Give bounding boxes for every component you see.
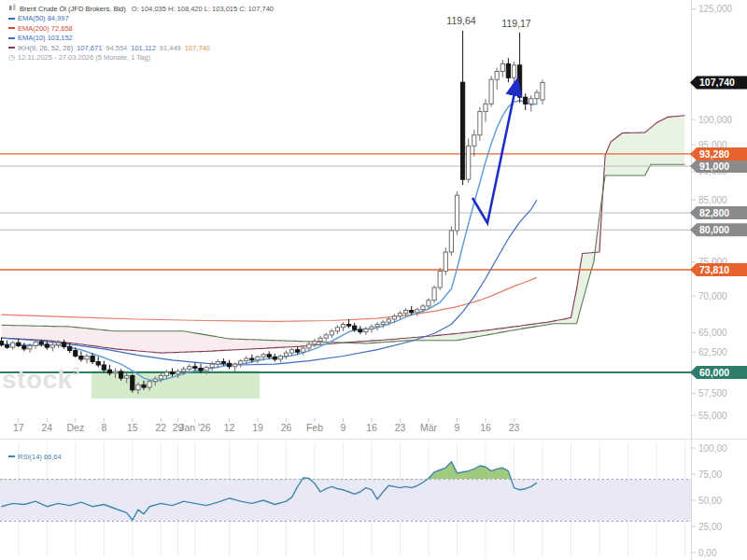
legend-row-ema10[interactable]: EMA(10) 103,152 bbox=[8, 34, 274, 44]
svg-text:100,000: 100,000 bbox=[698, 115, 733, 125]
ichimoku-value: 107,740 bbox=[185, 44, 210, 52]
ema10-label: EMA(10) 103,152 bbox=[18, 34, 73, 42]
svg-text:8: 8 bbox=[101, 422, 106, 433]
svg-text:55,000: 55,000 bbox=[698, 411, 727, 421]
spike-labels: 119,64119,17 bbox=[446, 15, 530, 29]
svg-text:80,000: 80,000 bbox=[699, 224, 729, 235]
svg-text:100,00: 100,00 bbox=[698, 443, 727, 454]
legend-row-ema200[interactable]: EMA(200) 72,658 bbox=[8, 23, 274, 34]
ichimoku-value: 107,671 bbox=[77, 44, 102, 52]
svg-text:9: 9 bbox=[341, 422, 346, 433]
svg-text:23: 23 bbox=[395, 422, 406, 433]
ichimoku-value: 94,554 bbox=[106, 44, 127, 52]
date-range: 12.11.2025 - 27.03.2026 (5 Monate, 1 Tag… bbox=[18, 53, 150, 62]
ema50-label: EMA(50) 84,997 bbox=[18, 14, 69, 22]
ema50-dash-icon bbox=[8, 18, 15, 20]
rsi-dash-icon bbox=[8, 455, 15, 457]
svg-text:9: 9 bbox=[455, 422, 460, 433]
svg-text:17: 17 bbox=[13, 422, 24, 433]
instrument-icon bbox=[8, 4, 17, 14]
svg-text:16: 16 bbox=[480, 422, 491, 433]
svg-text:107,740: 107,740 bbox=[699, 77, 735, 88]
svg-text:15: 15 bbox=[127, 422, 138, 433]
svg-text:75,00: 75,00 bbox=[698, 469, 722, 480]
svg-text:25,00: 25,00 bbox=[698, 522, 722, 532]
date-range-row: ◷ 12.11.2025 - 27.03.2026 (5 Monate, 1 T… bbox=[8, 53, 274, 63]
svg-text:16: 16 bbox=[366, 422, 377, 433]
svg-text:91,000: 91,000 bbox=[699, 161, 729, 172]
ichimoku-label: IKH(9, 26, 52, 26) bbox=[18, 44, 73, 52]
ema200-label: EMA(200) 72,658 bbox=[18, 24, 73, 33]
svg-text:23: 23 bbox=[509, 422, 520, 433]
rsi-label: RSI(14) 66,64 bbox=[18, 453, 62, 461]
ichimoku-value: 91,449 bbox=[160, 44, 181, 52]
instrument-name: Brent Crude Öl (JFD Brokers, Bid) bbox=[20, 5, 126, 13]
ichimoku-dash-icon bbox=[8, 47, 15, 49]
svg-text:70,000: 70,000 bbox=[698, 291, 727, 301]
legend-row-ema50[interactable]: EMA(50) 84,997 bbox=[8, 14, 274, 24]
ema200-dash-icon bbox=[8, 27, 15, 29]
svg-text:24: 24 bbox=[41, 422, 52, 433]
svg-text:19: 19 bbox=[252, 422, 263, 433]
stock3-watermark: stock3 bbox=[2, 364, 79, 395]
price-tag: 93,280 bbox=[690, 147, 747, 161]
svg-text:22: 22 bbox=[155, 422, 166, 433]
svg-text:Dez: Dez bbox=[66, 422, 84, 433]
svg-text:Feb: Feb bbox=[306, 422, 323, 433]
svg-text:0,00: 0,00 bbox=[698, 548, 717, 558]
price-tag: 91,000 bbox=[690, 160, 747, 173]
svg-text:125,000: 125,000 bbox=[698, 4, 733, 14]
legend-row-ichimoku[interactable]: IKH(9, 26, 52, 26) 107,671 94,554 101,11… bbox=[8, 43, 274, 53]
svg-text:119,64: 119,64 bbox=[446, 15, 475, 26]
svg-text:Jan '26: Jan '26 bbox=[179, 422, 211, 433]
svg-text:62,500: 62,500 bbox=[698, 347, 727, 357]
svg-text:119,17: 119,17 bbox=[501, 18, 530, 29]
x-axis-labels[interactable]: 1724Dez8152229Jan '26121926Feb91623Mär91… bbox=[13, 418, 520, 433]
svg-text:93,280: 93,280 bbox=[699, 148, 729, 160]
svg-text:12: 12 bbox=[224, 422, 235, 433]
main-plot[interactable] bbox=[0, 31, 691, 399]
ema200-line bbox=[2, 277, 537, 321]
svg-text:26: 26 bbox=[281, 422, 292, 433]
svg-text:73,810: 73,810 bbox=[699, 264, 729, 275]
rsi-band bbox=[0, 480, 691, 522]
price-tag: 82,800 bbox=[690, 206, 747, 219]
main-legend: Brent Crude Öl (JFD Brokers, Bid) O: 104… bbox=[8, 4, 274, 63]
svg-text:65,000: 65,000 bbox=[698, 328, 727, 338]
svg-text:82,800: 82,800 bbox=[699, 207, 729, 218]
ichimoku-cloud bbox=[2, 116, 685, 353]
svg-text:60,000: 60,000 bbox=[699, 367, 729, 378]
rsi-legend: RSI(14) 66,64 bbox=[8, 452, 62, 462]
instrument-title-row: Brent Crude Öl (JFD Brokers, Bid) O: 104… bbox=[8, 4, 274, 14]
price-tag: 73,810 bbox=[690, 263, 747, 276]
svg-text:85,000: 85,000 bbox=[698, 195, 727, 205]
legend-row-rsi[interactable]: RSI(14) 66,64 bbox=[8, 452, 62, 462]
price-tag: 60,000 bbox=[690, 366, 747, 379]
clock-icon: ◷ bbox=[8, 53, 15, 62]
ema10-dash-icon bbox=[8, 37, 15, 39]
chart-canvas[interactable]: 119,64119,171724Dez8152229Jan '26121926F… bbox=[0, 0, 747, 560]
chart-app: 119,64119,171724Dez8152229Jan '26121926F… bbox=[0, 0, 747, 560]
svg-text:57,500: 57,500 bbox=[698, 388, 727, 399]
support-box-annotation[interactable] bbox=[92, 371, 260, 399]
ichimoku-value: 101,112 bbox=[131, 44, 156, 52]
svg-text:Mär: Mär bbox=[420, 422, 438, 433]
rsi-y-ticks[interactable]: 100,0075,0050,0025,000,00 bbox=[691, 443, 727, 558]
price-tag: 80,000 bbox=[690, 223, 747, 236]
ohlc-values: O: 104,035 H: 108,420 L: 103,015 C: 107,… bbox=[132, 5, 274, 13]
svg-text:50,00: 50,00 bbox=[698, 496, 722, 506]
price-tag: 107,740 bbox=[690, 76, 747, 89]
